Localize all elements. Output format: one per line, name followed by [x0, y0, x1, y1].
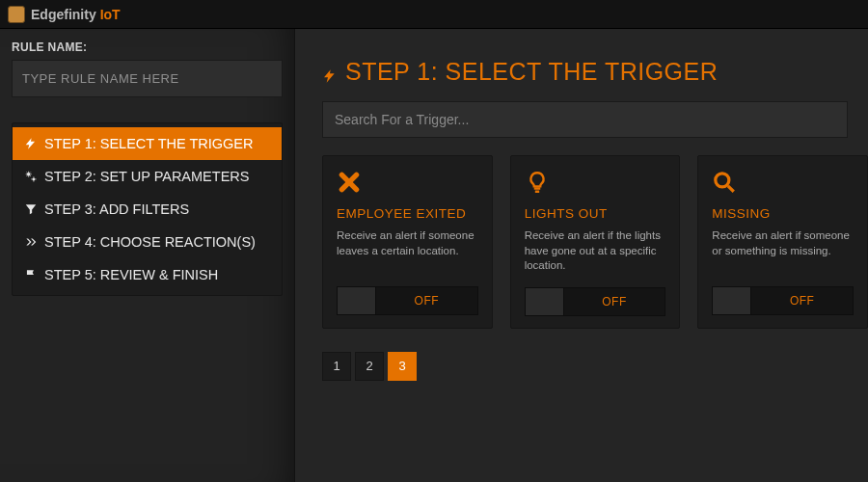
toggle-state: OFF	[564, 295, 665, 308]
card-toggle[interactable]: OFF	[337, 286, 478, 315]
svg-point-1	[32, 177, 35, 180]
toggle-state: OFF	[751, 294, 853, 308]
toggle-knob	[338, 287, 376, 314]
card-title: MISSING	[712, 206, 854, 221]
card-description: Receive an alert if someone or something…	[712, 228, 854, 273]
bolt-icon	[24, 137, 38, 150]
card-toggle[interactable]: OFF	[712, 286, 854, 315]
card-description: Receive an alert if the lights have gone…	[525, 228, 666, 274]
trigger-search-input[interactable]	[322, 101, 848, 138]
topbar: Edgefinity IoT	[0, 0, 868, 29]
page-1-button[interactable]: 1	[322, 352, 351, 381]
trigger-card-employee-exited[interactable]: EMPLOYEE EXITED Receive an alert if some…	[322, 155, 493, 329]
chevrons-icon	[24, 235, 38, 249]
svg-line-5	[728, 186, 734, 192]
step-2-set-up-parameters[interactable]: STEP 2: SET UP PARAMETERS	[13, 160, 282, 193]
pagination: 1 2 3	[322, 352, 868, 381]
page-3-button[interactable]: 3	[388, 352, 417, 381]
search-icon	[712, 170, 854, 199]
filter-icon	[24, 202, 38, 216]
step-4-choose-reactions[interactable]: STEP 4: CHOOSE REACTION(S)	[13, 226, 282, 258]
step-label: STEP 4: CHOOSE REACTION(S)	[44, 234, 256, 250]
trigger-card-missing[interactable]: MISSING Receive an alert if someone or s…	[697, 155, 868, 329]
step-3-add-filters[interactable]: STEP 3: ADD FILTERS	[13, 193, 282, 226]
main-panel: STEP 1: SELECT THE TRIGGER EMPLOYEE EXIT…	[295, 29, 868, 482]
rule-name-input[interactable]	[12, 60, 283, 97]
step-label: STEP 5: REVIEW & FINISH	[44, 267, 218, 282]
x-icon	[337, 170, 478, 199]
trigger-card-list: EMPLOYEE EXITED Receive an alert if some…	[322, 155, 868, 329]
card-description: Receive an alert if someone leaves a cer…	[337, 228, 478, 273]
step-1-select-trigger[interactable]: STEP 1: SELECT THE TRIGGER	[13, 127, 282, 160]
gears-icon	[24, 170, 38, 183]
step-list: STEP 1: SELECT THE TRIGGER STEP 2: SET U…	[12, 122, 283, 296]
bolt-icon	[322, 62, 338, 83]
toggle-state: OFF	[376, 294, 477, 308]
step-label: STEP 3: ADD FILTERS	[44, 201, 189, 217]
logo-icon	[8, 6, 25, 23]
toggle-knob	[526, 288, 564, 315]
card-toggle[interactable]: OFF	[525, 287, 666, 316]
flag-icon	[24, 268, 38, 281]
step-label: STEP 1: SELECT THE TRIGGER	[44, 136, 254, 151]
page-2-button[interactable]: 2	[355, 352, 384, 381]
brand-name: Edgefinity	[31, 7, 96, 22]
toggle-knob	[713, 287, 751, 314]
brand-suffix: IoT	[100, 7, 121, 22]
page-title: STEP 1: SELECT THE TRIGGER	[322, 58, 868, 86]
card-title: LIGHTS OUT	[525, 206, 666, 221]
heading-text: STEP 1: SELECT THE TRIGGER	[345, 58, 718, 86]
rule-name-label: RULE NAME:	[12, 40, 283, 54]
step-5-review-finish[interactable]: STEP 5: REVIEW & FINISH	[13, 258, 282, 291]
sidebar: RULE NAME: STEP 1: SELECT THE TRIGGER ST…	[0, 29, 295, 482]
step-label: STEP 2: SET UP PARAMETERS	[44, 169, 249, 184]
lightbulb-icon	[525, 170, 666, 199]
card-title: EMPLOYEE EXITED	[337, 206, 478, 221]
svg-point-4	[716, 174, 729, 187]
trigger-card-lights-out[interactable]: LIGHTS OUT Receive an alert if the light…	[510, 155, 681, 329]
